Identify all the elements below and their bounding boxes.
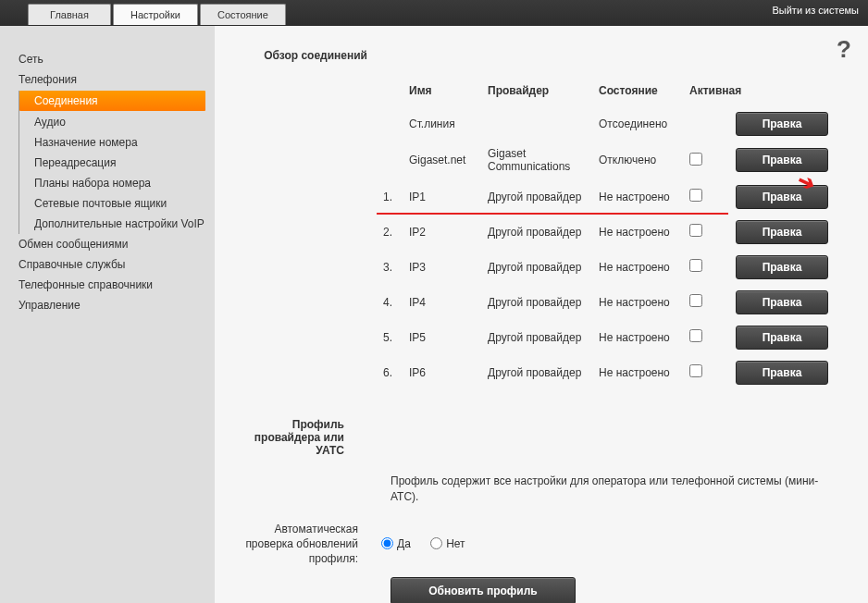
row-name: IP6 xyxy=(409,366,488,379)
tab-settings[interactable]: Настройки xyxy=(113,4,198,25)
row-state: Не настроено xyxy=(599,191,689,203)
row-state: Не настроено xyxy=(599,296,689,309)
sidebar-item-forwarding[interactable]: Переадресация xyxy=(19,153,215,173)
row-num: 6. xyxy=(372,366,409,379)
row-provider: Другой провайдер xyxy=(488,261,599,274)
profile-description: Профиль содержит все настройки для опера… xyxy=(391,474,835,516)
row-provider: Другой провайдер xyxy=(488,191,599,203)
sidebar-item-number-assignment[interactable]: Назначение номера xyxy=(19,132,215,153)
update-profile-button[interactable]: Обновить профиль xyxy=(391,577,576,603)
row-edit-cell: Правка xyxy=(736,148,837,172)
sidebar-item-network[interactable]: Сеть xyxy=(0,49,215,69)
sidebar-item-audio[interactable]: Аудио xyxy=(19,112,215,132)
row-active-cell xyxy=(689,259,736,275)
row-state: Не настроено xyxy=(599,226,689,239)
row-edit-cell: Правка xyxy=(736,220,837,244)
radio-yes[interactable] xyxy=(381,537,393,549)
active-checkbox[interactable] xyxy=(689,259,702,272)
logout-link[interactable]: Выйти из системы xyxy=(772,5,859,16)
table-row: 3.IP3Другой провайдерНе настроеноПравка xyxy=(372,250,849,285)
active-checkbox[interactable] xyxy=(689,224,702,237)
row-state: Отключено xyxy=(599,154,689,166)
sidebar-item-management[interactable]: Управление xyxy=(0,295,215,315)
row-name: IP1 xyxy=(409,191,488,203)
row-num: 2. xyxy=(372,226,409,239)
active-checkbox[interactable] xyxy=(689,364,702,377)
radio-yes-label[interactable]: Да xyxy=(381,537,411,550)
auto-update-row: Автоматическая проверка обновлений профи… xyxy=(224,523,849,566)
radio-no-label[interactable]: Нет xyxy=(430,537,465,550)
active-checkbox[interactable] xyxy=(689,153,702,166)
sidebar-group-telephony: Соединения Аудио Назначение номера Переа… xyxy=(19,91,215,234)
sidebar: Сеть Телефония Соединения Аудио Назначен… xyxy=(0,26,215,603)
row-active-cell xyxy=(689,153,736,168)
row-name: IP3 xyxy=(409,261,488,274)
row-active-cell xyxy=(689,224,736,240)
table-header: Имя Провайдер Состояние Активная xyxy=(372,79,849,106)
table-row: Gigaset.netGigaset CommunicationsОтключе… xyxy=(372,142,849,179)
row-active-cell xyxy=(689,364,736,380)
edit-button[interactable]: Правка xyxy=(736,112,828,136)
table-row: 5.IP5Другой провайдерНе настроеноПравка xyxy=(372,320,849,355)
row-edit-cell: Правка xyxy=(736,326,837,350)
row-name: Gigaset.net xyxy=(409,154,488,166)
header-active: Активная xyxy=(689,84,736,97)
edit-button[interactable]: Правка xyxy=(736,148,828,172)
radio-yes-text: Да xyxy=(397,537,411,550)
row-state: Не настроено xyxy=(599,366,689,379)
sidebar-item-info-services[interactable]: Справочные службы xyxy=(0,254,215,275)
edit-button[interactable]: Правка xyxy=(736,326,828,350)
top-bar: Главная Настройки Состояние Выйти из сис… xyxy=(0,0,868,26)
sidebar-item-mailboxes[interactable]: Сетевые почтовые ящики xyxy=(19,193,215,214)
sidebar-item-dial-plans[interactable]: Планы набора номера xyxy=(19,173,215,193)
help-icon[interactable]: ? xyxy=(837,35,851,64)
row-name: IP5 xyxy=(409,331,488,344)
main-area: Сеть Телефония Соединения Аудио Назначен… xyxy=(0,26,868,603)
sidebar-item-telephony[interactable]: Телефония xyxy=(0,69,215,90)
row-state: Отсоединено xyxy=(599,117,689,130)
row-provider: Другой провайдер xyxy=(488,331,599,344)
content: ? Обзор соединений Имя Провайдер Состоян… xyxy=(215,26,868,603)
edit-button[interactable]: Правка xyxy=(736,255,828,279)
active-checkbox[interactable] xyxy=(689,189,702,202)
row-state: Не настроено xyxy=(599,331,689,344)
row-state: Не настроено xyxy=(599,261,689,274)
radio-no[interactable] xyxy=(430,537,442,549)
header-name: Имя xyxy=(409,84,488,97)
row-name: IP4 xyxy=(409,296,488,309)
row-name: Ст.линия xyxy=(409,117,488,130)
row-edit-cell: Правка xyxy=(736,361,837,385)
profile-section: Профиль провайдера или УАТС xyxy=(224,418,849,457)
edit-button[interactable]: Правка xyxy=(736,220,828,244)
row-edit-cell: Правка xyxy=(736,290,837,314)
row-num: 3. xyxy=(372,261,409,274)
edit-button[interactable]: Правка xyxy=(736,185,828,209)
row-provider: Другой провайдер xyxy=(488,226,599,239)
row-edit-cell: Правка xyxy=(736,112,837,136)
sidebar-item-connections[interactable]: Соединения xyxy=(19,91,205,111)
header-state: Состояние xyxy=(599,84,689,97)
active-checkbox[interactable] xyxy=(689,329,702,342)
row-provider: Другой провайдер xyxy=(488,366,599,379)
header-provider: Провайдер xyxy=(488,84,599,97)
profile-section-title: Профиль провайдера или УАТС xyxy=(224,418,367,457)
connections-table: Имя Провайдер Состояние Активная Ст.лини… xyxy=(252,79,849,390)
row-provider: Gigaset Communications xyxy=(488,147,599,174)
edit-button[interactable]: Правка xyxy=(736,361,828,385)
radio-no-text: Нет xyxy=(446,537,465,550)
sidebar-item-messaging[interactable]: Обмен сообщениями xyxy=(0,234,215,254)
overview-title: Обзор соединений xyxy=(252,49,367,62)
sidebar-item-phonebooks[interactable]: Телефонные справочники xyxy=(0,275,215,295)
row-active-cell xyxy=(689,189,736,204)
table-row: 6.IP6Другой провайдерНе настроеноПравка xyxy=(372,355,849,390)
auto-update-label: Автоматическая проверка обновлений профи… xyxy=(224,523,381,566)
sidebar-item-voip-advanced[interactable]: Дополнительные настройки VoIP xyxy=(19,214,215,234)
row-num: 1. xyxy=(372,191,409,203)
tab-status[interactable]: Состояние xyxy=(200,4,286,25)
tab-main[interactable]: Главная xyxy=(28,4,111,25)
row-edit-cell: Правка xyxy=(736,185,837,209)
active-checkbox[interactable] xyxy=(689,294,702,307)
edit-button[interactable]: Правка xyxy=(736,290,828,314)
row-active-cell xyxy=(689,294,736,310)
table-row: 4.IP4Другой провайдерНе настроеноПравка xyxy=(372,285,849,320)
